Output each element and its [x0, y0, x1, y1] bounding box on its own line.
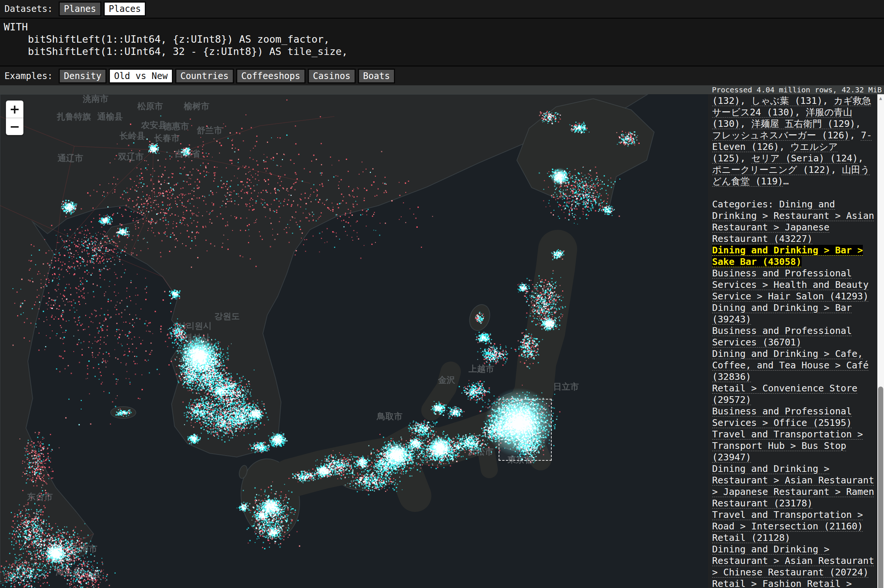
- category-link[interactable]: Retail > Fashion Retail > Clothing Store…: [712, 578, 852, 588]
- map-viewport[interactable]: + −: [0, 94, 708, 588]
- example-button-density[interactable]: Density: [59, 69, 107, 84]
- datasets-buttons: PlanesPlaces: [59, 2, 146, 16]
- sidebar-scrollbar[interactable]: ▲: [877, 94, 884, 588]
- scroll-up-arrow[interactable]: ▲: [877, 95, 884, 102]
- name-link[interactable]: ポニークリーニング (122): [712, 164, 831, 175]
- example-button-countries[interactable]: Countries: [175, 69, 234, 84]
- category-link[interactable]: Retail > Convenience Store (29572): [712, 383, 857, 405]
- datasets-bar: Datasets: PlanesPlaces: [0, 0, 884, 18]
- category-link[interactable]: Business and Professional Services > Hea…: [712, 268, 868, 302]
- categories-label: Categories:: [712, 199, 779, 210]
- zoom-in-button[interactable]: +: [6, 100, 23, 118]
- map-canvas[interactable]: [0, 94, 708, 588]
- category-link[interactable]: Dining and Drinking > Restaurant > Asian…: [712, 544, 874, 578]
- map-selection-rect[interactable]: [499, 399, 552, 461]
- category-link[interactable]: Dining and Drinking > Restaurant > Asian…: [712, 464, 874, 508]
- top-names-list: (132), しゃぶ葉 (131), カギ救急サービス24 (130), 洋服の…: [712, 95, 874, 187]
- example-button-casinos[interactable]: Casinos: [308, 69, 356, 84]
- category-link[interactable]: Business and Professional Services > Off…: [712, 406, 852, 428]
- category-link-highlighted[interactable]: Dining and Drinking > Bar > Sake Bar (43…: [712, 245, 863, 267]
- main-area: + − (132), しゃぶ葉 (131), カギ救急サービス24 (130),…: [0, 94, 884, 588]
- example-button-boats[interactable]: Boats: [358, 69, 395, 84]
- examples-label: Examples:: [5, 71, 53, 81]
- zoom-out-button[interactable]: −: [6, 118, 23, 135]
- scrollbar-thumb[interactable]: [878, 387, 883, 588]
- status-bar: Processed 4.04 million rows, 42.32 MiB: [0, 86, 884, 94]
- dataset-button-places[interactable]: Places: [104, 2, 146, 16]
- name-link[interactable]: (132): [712, 95, 740, 106]
- dataset-button-planes[interactable]: Planes: [59, 2, 101, 16]
- category-link[interactable]: Travel and Transportation > Transport Hu…: [712, 429, 863, 463]
- examples-buttons: DensityOld vs NewCountriesCoffeeshopsCas…: [59, 69, 395, 84]
- category-link[interactable]: Dining and Drinking > Bar (39243): [712, 302, 852, 325]
- name-link[interactable]: 洋麺屋 五右衛門 (129): [751, 118, 855, 129]
- categories-list: Categories: Dining and Drinking > Restau…: [712, 198, 874, 588]
- map-zoom-control: + −: [6, 100, 23, 135]
- examples-bar: Examples: DensityOld vs NewCountriesCoff…: [0, 66, 884, 86]
- category-link[interactable]: Retail (21128): [712, 532, 791, 543]
- name-link[interactable]: セリア (Seria) (124): [751, 153, 858, 164]
- category-link[interactable]: Dining and Drinking > Cafe, Coffee, and …: [712, 348, 868, 382]
- query-editor[interactable]: WITH bitShiftLeft(1::UInt64, {z:UInt8}) …: [0, 18, 884, 66]
- datasets-label: Datasets:: [5, 4, 53, 14]
- results-sidebar: (132), しゃぶ葉 (131), カギ救急サービス24 (130), 洋服の…: [708, 94, 877, 588]
- name-link[interactable]: フレッシュネスバーガー (126): [712, 130, 850, 141]
- category-link[interactable]: Travel and Transportation > Road > Inter…: [712, 509, 863, 532]
- example-button-coffeeshops[interactable]: Coffeeshops: [236, 69, 305, 84]
- name-link[interactable]: しゃぶ葉 (131): [751, 95, 822, 106]
- example-button-old-vs-new[interactable]: Old vs New: [109, 69, 173, 84]
- category-link[interactable]: Business and Professional Services (3670…: [712, 326, 852, 348]
